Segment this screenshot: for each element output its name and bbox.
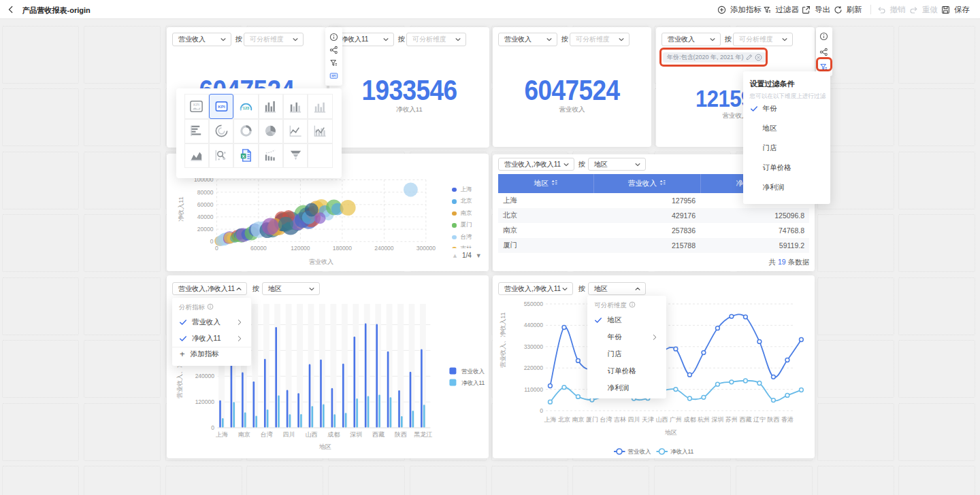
svg-text:110000: 110000: [524, 386, 543, 393]
svg-text:南京: 南京: [572, 416, 584, 423]
svg-text:120000: 120000: [195, 398, 215, 405]
svg-text:陕西: 陕西: [767, 416, 779, 423]
svg-text:营业收入: 营业收入: [309, 258, 333, 265]
svg-text:四川: 四川: [283, 431, 295, 438]
svg-text:吉林: 吉林: [614, 416, 626, 423]
svg-text:南京: 南京: [238, 431, 250, 438]
svg-text:123: 123: [243, 106, 250, 110]
svg-text:KPI: KPI: [218, 104, 225, 109]
svg-text:西藏: 西藏: [372, 431, 385, 438]
svg-text:陕西: 陕西: [395, 431, 407, 438]
svg-text:天津: 天津: [642, 416, 654, 423]
svg-text:深圳: 深圳: [711, 416, 723, 423]
svg-text:120000: 120000: [291, 245, 310, 252]
svg-text:0: 0: [540, 407, 543, 414]
svg-text:上海: 上海: [544, 416, 556, 423]
svg-text:广州: 广州: [670, 416, 682, 423]
svg-text:净收入11: 净收入11: [461, 379, 485, 386]
svg-text:黑龙江: 黑龙江: [414, 431, 432, 438]
svg-text:台湾: 台湾: [261, 431, 273, 438]
svg-text:营业收入: 营业收入: [461, 368, 485, 375]
svg-text:KPI: KPI: [194, 103, 200, 107]
svg-text:香港: 香港: [781, 416, 794, 423]
svg-text:西藏: 西藏: [739, 416, 751, 423]
svg-text:营业收入: 营业收入: [628, 448, 652, 455]
svg-text:0: 0: [210, 238, 214, 245]
svg-text:净收入11: 净收入11: [670, 448, 694, 455]
svg-text:40000: 40000: [197, 214, 214, 220]
svg-text:苏州: 苏州: [725, 416, 738, 423]
svg-text:北京: 北京: [558, 416, 570, 423]
svg-text:220000: 220000: [524, 364, 544, 371]
svg-text:0: 0: [215, 245, 218, 252]
svg-text:四川: 四川: [627, 416, 640, 423]
svg-text:330000: 330000: [524, 343, 544, 350]
svg-text:240000: 240000: [374, 245, 394, 252]
svg-text:80000: 80000: [197, 189, 214, 196]
svg-text:0: 0: [211, 424, 214, 431]
svg-text:地区: 地区: [664, 429, 677, 436]
svg-text:山西: 山西: [655, 416, 668, 423]
svg-text:180000: 180000: [333, 245, 353, 252]
svg-text:成都: 成都: [327, 431, 340, 438]
svg-text:成都: 成都: [683, 416, 696, 423]
svg-text:净收入11: 净收入11: [178, 197, 184, 221]
svg-text:营业收入、净收入11: 营业收入、净收入11: [500, 312, 506, 367]
svg-text:山西: 山西: [305, 431, 317, 438]
svg-text:杭州: 杭州: [698, 416, 710, 423]
svg-text:台湾: 台湾: [600, 416, 612, 423]
svg-text:地区: 地区: [318, 443, 331, 450]
svg-text:深圳: 深圳: [350, 431, 362, 438]
svg-text:240000: 240000: [195, 373, 215, 379]
svg-text:上海: 上海: [216, 431, 228, 438]
svg-text:550000: 550000: [524, 301, 544, 307]
svg-text:辽宁: 辽宁: [753, 416, 766, 423]
svg-text:KPI: KPI: [331, 75, 336, 78]
svg-text:60000: 60000: [250, 245, 267, 252]
svg-text:厦门: 厦门: [586, 416, 598, 423]
svg-text:440000: 440000: [524, 322, 544, 328]
svg-text:300000: 300000: [416, 245, 436, 252]
svg-text:60000: 60000: [197, 201, 214, 208]
svg-text:20000: 20000: [197, 226, 214, 233]
